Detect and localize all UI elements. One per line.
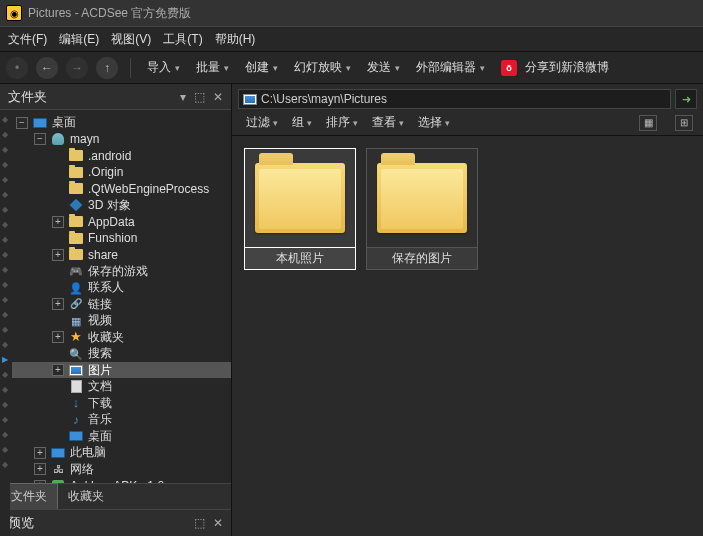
window-title: Pictures - ACDSee 官方免费版	[28, 5, 191, 22]
tree-node-label: 保存的游戏	[88, 263, 148, 280]
menu-file[interactable]: 文件(F)	[8, 31, 47, 48]
tree-node[interactable]: +share	[12, 247, 231, 263]
tree-node[interactable]: .QtWebEngineProcess	[12, 181, 231, 197]
tree-node[interactable]: +AppData	[12, 214, 231, 230]
tree-node[interactable]: .Origin	[12, 164, 231, 180]
expand-icon[interactable]: +	[52, 298, 64, 310]
folder-thumbnail[interactable]: 保存的图片	[366, 148, 478, 270]
tree-node[interactable]: +图片	[12, 362, 231, 378]
send-button[interactable]: 发送▾	[363, 59, 404, 76]
forward-button[interactable]: →	[66, 57, 88, 79]
folder-icon	[255, 163, 345, 233]
menu-tools[interactable]: 工具(T)	[163, 31, 202, 48]
expand-icon[interactable]: +	[52, 249, 64, 261]
tree-node[interactable]: 🎮保存的游戏	[12, 263, 231, 279]
folder-icon	[68, 149, 84, 163]
batch-button[interactable]: 批量▾	[192, 59, 233, 76]
thumbnail-caption: 保存的图片	[366, 248, 478, 270]
up-button[interactable]: ↑	[96, 57, 118, 79]
thumbnail-grid: 本机照片保存的图片	[232, 136, 703, 536]
expand-icon[interactable]: +	[52, 216, 64, 228]
net-icon: 🖧	[50, 462, 66, 476]
tree-node-label: Funshion	[88, 231, 137, 245]
tree-node-label: 搜索	[88, 345, 112, 362]
user-icon	[50, 132, 66, 146]
tree-node-label: 桌面	[52, 114, 76, 131]
preview-panel-title: 预览	[8, 514, 34, 532]
panel-menu-icon[interactable]: ▾	[180, 90, 186, 104]
menu-view[interactable]: 视图(V)	[111, 31, 151, 48]
folder-tree[interactable]: −桌面−mayn.android.Origin.QtWebEngineProce…	[0, 110, 231, 483]
view-mode-1-button[interactable]: ▦	[639, 115, 657, 131]
contact-icon: 👤	[68, 281, 84, 295]
expand-icon[interactable]: −	[16, 117, 28, 129]
share-weibo-button[interactable]: ō分享到新浪微博	[497, 59, 613, 76]
game-icon: 🎮	[68, 264, 84, 278]
menu-edit[interactable]: 编辑(E)	[59, 31, 99, 48]
tree-node[interactable]: −桌面	[12, 115, 231, 131]
tree-node[interactable]: +此电脑	[12, 445, 231, 461]
preview-panel: 预览 ⬚ ✕	[0, 509, 231, 536]
tree-node-label: 此电脑	[70, 444, 106, 461]
expand-icon[interactable]: +	[52, 364, 64, 376]
tree-node[interactable]: −mayn	[12, 131, 231, 147]
folders-panel-header: 文件夹 ▾ ⬚ ✕	[0, 84, 231, 110]
folder-icon	[68, 182, 84, 196]
tree-node[interactable]: ♪音乐	[12, 412, 231, 428]
app-logo-icon: ◉	[6, 5, 22, 21]
tab-favorites[interactable]: 收藏夹	[58, 484, 114, 509]
back-button[interactable]: ←	[36, 57, 58, 79]
tree-node[interactable]: +🔗链接	[12, 296, 231, 312]
tree-node-label: 链接	[88, 296, 112, 313]
tree-node[interactable]: +🖧网络	[12, 461, 231, 477]
view-mode-2-button[interactable]: ⊞	[675, 115, 693, 131]
tree-node[interactable]: +★收藏夹	[12, 329, 231, 345]
sort-button[interactable]: 排序▾	[326, 114, 358, 131]
expand-icon[interactable]: +	[52, 331, 64, 343]
tree-node-label: share	[88, 248, 118, 262]
panel-pin-icon[interactable]: ⬚	[194, 90, 205, 104]
tree-node[interactable]: 桌面	[12, 428, 231, 444]
import-button[interactable]: 导入▾	[143, 59, 184, 76]
expand-icon[interactable]: −	[34, 133, 46, 145]
tree-node[interactable]: Funshion	[12, 230, 231, 246]
tree-node-label: .QtWebEngineProcess	[88, 182, 209, 196]
expand-icon[interactable]: +	[34, 447, 46, 459]
go-button[interactable]: ➜	[675, 89, 697, 109]
monitor-icon	[68, 429, 84, 443]
tree-node[interactable]: 3D 对象	[12, 197, 231, 213]
tree-node[interactable]: .android	[12, 148, 231, 164]
slideshow-button[interactable]: 幻灯放映▾	[290, 59, 355, 76]
weibo-icon: ō	[501, 60, 517, 76]
tree-node[interactable]: ↓下载	[12, 395, 231, 411]
expand-icon[interactable]: +	[34, 463, 46, 475]
tree-node[interactable]: 🔍搜索	[12, 346, 231, 362]
history-menu-button[interactable]: •	[6, 57, 28, 79]
open-icon: ▦	[68, 314, 84, 328]
preview-close-icon[interactable]: ✕	[213, 516, 223, 530]
filter-bar: 过滤▾ 组▾ 排序▾ 查看▾ 选择▾ ▦ ⊞	[232, 110, 703, 136]
folder-icon	[377, 163, 467, 233]
tree-node-label: mayn	[70, 132, 99, 146]
tree-node-label: 音乐	[88, 411, 112, 428]
create-button[interactable]: 创建▾	[241, 59, 282, 76]
tree-node[interactable]: 文档	[12, 379, 231, 395]
tree-node-label: 联系人	[88, 279, 124, 296]
filter-button[interactable]: 过滤▾	[246, 114, 278, 131]
preview-pin-icon[interactable]: ⬚	[194, 516, 205, 530]
search-icon: 🔍	[68, 347, 84, 361]
folder-icon	[68, 231, 84, 245]
tree-node[interactable]: 👤联系人	[12, 280, 231, 296]
menu-help[interactable]: 帮助(H)	[215, 31, 256, 48]
address-field[interactable]: C:\Users\mayn\Pictures	[238, 89, 671, 109]
folder-thumbnail[interactable]: 本机照片	[244, 148, 356, 270]
view-button[interactable]: 查看▾	[372, 114, 404, 131]
category-markers: ◆◆◆◆◆ ◆◆◆◆◆ ◆◆◆◆◆ ◆▶◆◆◆ ◆◆◆◆	[0, 112, 10, 536]
group-button[interactable]: 组▾	[292, 114, 312, 131]
select-button[interactable]: 选择▾	[418, 114, 450, 131]
monitor-icon	[32, 116, 48, 130]
tree-node-label: 3D 对象	[88, 197, 131, 214]
tree-node[interactable]: ▦视频	[12, 313, 231, 329]
external-editor-button[interactable]: 外部编辑器▾	[412, 59, 489, 76]
panel-close-icon[interactable]: ✕	[213, 90, 223, 104]
